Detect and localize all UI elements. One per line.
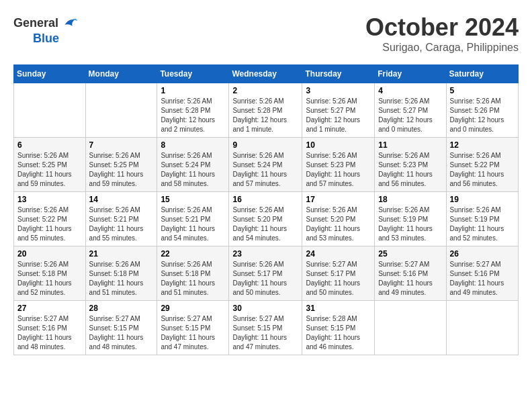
day-number: 7 [89,140,154,150]
calendar-day-header: Friday [375,65,446,83]
page-header: General Blue October 2024 Surigao, Carag… [13,13,519,54]
day-detail: Sunrise: 5:26 AM Sunset: 5:23 PM Dayligh… [306,151,371,189]
day-number: 20 [17,249,82,259]
calendar-cell: 31Sunrise: 5:28 AM Sunset: 5:15 PM Dayli… [302,301,375,355]
day-number: 4 [378,86,442,95]
day-detail: Sunrise: 5:26 AM Sunset: 5:18 PM Dayligh… [161,260,225,298]
calendar-table: SundayMondayTuesdayWednesdayThursdayFrid… [13,64,519,355]
day-number: 9 [232,140,298,150]
day-number: 2 [232,86,298,95]
calendar-cell: 26Sunrise: 5:27 AM Sunset: 5:16 PM Dayli… [446,246,518,301]
day-detail: Sunrise: 5:26 AM Sunset: 5:24 PM Dayligh… [161,151,225,189]
day-number: 10 [306,140,371,150]
day-number: 18 [378,195,442,204]
day-number: 13 [17,195,82,204]
calendar-cell: 11Sunrise: 5:26 AM Sunset: 5:23 PM Dayli… [375,138,446,192]
calendar-cell: 13Sunrise: 5:26 AM Sunset: 5:22 PM Dayli… [14,192,86,246]
calendar-cell: 16Sunrise: 5:26 AM Sunset: 5:20 PM Dayli… [229,192,302,246]
logo-blue: Blue [33,32,59,44]
calendar-day-header: Thursday [302,65,375,83]
calendar-cell: 6Sunrise: 5:26 AM Sunset: 5:25 PM Daylig… [14,138,86,192]
day-detail: Sunrise: 5:27 AM Sunset: 5:17 PM Dayligh… [306,260,371,298]
day-number: 28 [89,304,154,313]
day-detail: Sunrise: 5:28 AM Sunset: 5:15 PM Dayligh… [306,314,371,352]
calendar-cell [85,83,157,138]
day-detail: Sunrise: 5:26 AM Sunset: 5:27 PM Dayligh… [306,97,371,134]
day-detail: Sunrise: 5:26 AM Sunset: 5:21 PM Dayligh… [89,205,154,243]
calendar-cell: 4Sunrise: 5:26 AM Sunset: 5:27 PM Daylig… [375,83,446,138]
day-number: 22 [161,249,225,259]
calendar-week-row: 1Sunrise: 5:26 AM Sunset: 5:28 PM Daylig… [14,83,519,138]
day-detail: Sunrise: 5:26 AM Sunset: 5:20 PM Dayligh… [232,205,298,243]
calendar-week-row: 6Sunrise: 5:26 AM Sunset: 5:25 PM Daylig… [14,138,519,192]
calendar-cell: 30Sunrise: 5:27 AM Sunset: 5:15 PM Dayli… [229,301,302,355]
day-number: 17 [306,195,371,204]
calendar-cell: 15Sunrise: 5:26 AM Sunset: 5:21 PM Dayli… [157,192,229,246]
day-number: 29 [161,304,225,313]
calendar-cell: 24Sunrise: 5:27 AM Sunset: 5:17 PM Dayli… [302,246,375,301]
calendar-day-header: Monday [85,65,157,83]
calendar-cell: 27Sunrise: 5:27 AM Sunset: 5:16 PM Dayli… [14,301,86,355]
day-detail: Sunrise: 5:26 AM Sunset: 5:20 PM Dayligh… [306,205,371,243]
day-number: 1 [161,86,225,95]
calendar-cell: 25Sunrise: 5:27 AM Sunset: 5:16 PM Dayli… [375,246,446,301]
day-number: 12 [450,140,515,150]
day-number: 14 [89,195,154,204]
title-section: October 2024 Surigao, Caraga, Philippine… [365,13,519,54]
day-number: 8 [161,140,225,150]
calendar-cell: 10Sunrise: 5:26 AM Sunset: 5:23 PM Dayli… [302,138,375,192]
day-number: 5 [450,86,515,95]
calendar-cell: 17Sunrise: 5:26 AM Sunset: 5:20 PM Dayli… [302,192,375,246]
day-detail: Sunrise: 5:26 AM Sunset: 5:27 PM Dayligh… [378,97,442,134]
day-detail: Sunrise: 5:26 AM Sunset: 5:19 PM Dayligh… [450,205,515,243]
calendar-cell: 9Sunrise: 5:26 AM Sunset: 5:24 PM Daylig… [229,138,302,192]
calendar-day-header: Tuesday [157,65,229,83]
day-number: 11 [378,140,442,150]
calendar-week-row: 13Sunrise: 5:26 AM Sunset: 5:22 PM Dayli… [14,192,519,246]
day-number: 15 [161,195,225,204]
calendar-header-row: SundayMondayTuesdayWednesdayThursdayFrid… [14,65,519,83]
calendar-cell: 18Sunrise: 5:26 AM Sunset: 5:19 PM Dayli… [375,192,446,246]
day-detail: Sunrise: 5:27 AM Sunset: 5:15 PM Dayligh… [89,314,154,352]
day-detail: Sunrise: 5:27 AM Sunset: 5:16 PM Dayligh… [17,314,82,352]
day-detail: Sunrise: 5:27 AM Sunset: 5:16 PM Dayligh… [378,260,442,298]
day-detail: Sunrise: 5:27 AM Sunset: 5:16 PM Dayligh… [450,260,515,298]
day-detail: Sunrise: 5:26 AM Sunset: 5:23 PM Dayligh… [378,151,442,189]
day-detail: Sunrise: 5:26 AM Sunset: 5:21 PM Dayligh… [161,205,225,243]
calendar-cell: 1Sunrise: 5:26 AM Sunset: 5:28 PM Daylig… [157,83,229,138]
day-number: 24 [306,249,371,259]
day-detail: Sunrise: 5:26 AM Sunset: 5:22 PM Dayligh… [17,205,82,243]
calendar-cell: 29Sunrise: 5:27 AM Sunset: 5:15 PM Dayli… [157,301,229,355]
calendar-cell: 28Sunrise: 5:27 AM Sunset: 5:15 PM Dayli… [85,301,157,355]
day-detail: Sunrise: 5:26 AM Sunset: 5:25 PM Dayligh… [89,151,154,189]
calendar-cell [14,83,86,138]
calendar-cell: 7Sunrise: 5:26 AM Sunset: 5:25 PM Daylig… [85,138,157,192]
calendar-week-row: 27Sunrise: 5:27 AM Sunset: 5:16 PM Dayli… [14,301,519,355]
logo-bird-icon [60,13,79,32]
day-detail: Sunrise: 5:26 AM Sunset: 5:19 PM Dayligh… [378,205,442,243]
calendar-cell: 19Sunrise: 5:26 AM Sunset: 5:19 PM Dayli… [446,192,518,246]
calendar-cell: 12Sunrise: 5:26 AM Sunset: 5:22 PM Dayli… [446,138,518,192]
calendar-day-header: Saturday [446,65,518,83]
calendar-cell: 3Sunrise: 5:26 AM Sunset: 5:27 PM Daylig… [302,83,375,138]
calendar-cell: 23Sunrise: 5:26 AM Sunset: 5:17 PM Dayli… [229,246,302,301]
calendar-day-header: Sunday [14,65,86,83]
day-detail: Sunrise: 5:26 AM Sunset: 5:28 PM Dayligh… [232,97,298,134]
day-detail: Sunrise: 5:26 AM Sunset: 5:18 PM Dayligh… [89,260,154,298]
calendar-cell: 5Sunrise: 5:26 AM Sunset: 5:26 PM Daylig… [446,83,518,138]
calendar-cell [446,301,518,355]
calendar-cell: 8Sunrise: 5:26 AM Sunset: 5:24 PM Daylig… [157,138,229,192]
location-subtitle: Surigao, Caraga, Philippines [365,42,519,54]
calendar-day-header: Wednesday [229,65,302,83]
day-number: 19 [450,195,515,204]
day-number: 16 [232,195,298,204]
day-detail: Sunrise: 5:27 AM Sunset: 5:15 PM Dayligh… [232,314,298,352]
day-detail: Sunrise: 5:26 AM Sunset: 5:28 PM Dayligh… [161,97,225,134]
day-detail: Sunrise: 5:26 AM Sunset: 5:24 PM Dayligh… [232,151,298,189]
calendar-cell: 21Sunrise: 5:26 AM Sunset: 5:18 PM Dayli… [85,246,157,301]
day-number: 31 [306,304,371,313]
day-detail: Sunrise: 5:26 AM Sunset: 5:25 PM Dayligh… [17,151,82,189]
calendar-cell: 22Sunrise: 5:26 AM Sunset: 5:18 PM Dayli… [157,246,229,301]
logo-general: General [13,17,58,29]
day-number: 30 [232,304,298,313]
